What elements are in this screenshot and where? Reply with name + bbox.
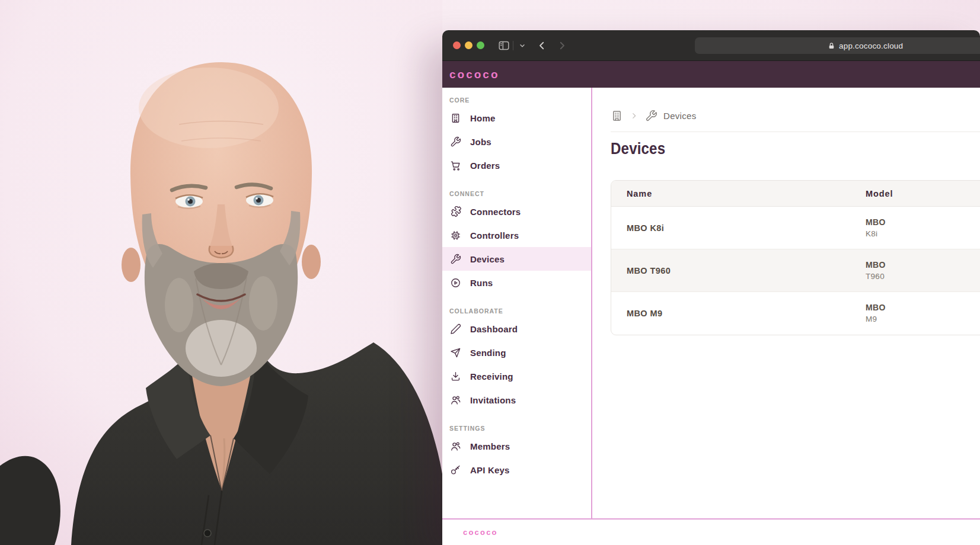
pencil-icon (449, 323, 461, 335)
sidebar-section-label: CORE (449, 97, 591, 105)
key-icon (449, 464, 461, 476)
screenshot-stage: app.cococo.cloud cococo COREHomeJobsOrde… (0, 0, 980, 545)
sidebar-item-label: Members (470, 441, 510, 451)
column-header-name: Name (611, 189, 866, 198)
portrait-photo (0, 0, 442, 545)
sidebar-item-label: Runs (470, 278, 493, 288)
device-model-sub: M9 (866, 313, 980, 325)
sidebar: COREHomeJobsOrdersCONNECTConnectorsContr… (442, 88, 592, 518)
sidebar-section-label: SETTINGS (449, 425, 591, 433)
sidebar-item-connectors[interactable]: Connectors (442, 200, 591, 223)
sidebar-item-label: Sending (470, 348, 506, 358)
table-row[interactable]: MBO T960MBOT960 (611, 249, 980, 292)
sidebar-item-label: Invitations (470, 395, 516, 405)
sidebar-section-label: COLLABORATE (449, 307, 591, 316)
download-icon (449, 370, 461, 382)
table-row[interactable]: MBO K8iMBOK8i (611, 207, 980, 249)
device-model: MBO (866, 217, 980, 228)
app-logo[interactable]: cococo (449, 68, 500, 81)
chip-icon (449, 229, 461, 241)
sidebar-item-runs[interactable]: Runs (442, 271, 591, 294)
browser-window: app.cococo.cloud cococo COREHomeJobsOrde… (442, 30, 980, 545)
sidebar-item-label: API Keys (470, 465, 510, 475)
device-name: MBO T960 (627, 266, 671, 275)
sidebar-item-controllers[interactable]: Controllers (442, 223, 591, 247)
devices-table: NameModelMBO K8iMBOK8iMBO T960MBOT960MBO… (611, 180, 980, 335)
sidebar-item-jobs[interactable]: Jobs (442, 130, 591, 153)
sidebar-item-home[interactable]: Home (442, 106, 591, 130)
users-icon (449, 394, 461, 406)
sidebar-item-label: Orders (470, 161, 500, 171)
breadcrumb-devices-icon (645, 110, 657, 122)
breadcrumb-divider (611, 132, 980, 132)
table-header-row: NameModel (611, 181, 980, 207)
app-footer: cococo (442, 518, 980, 545)
users-icon (449, 440, 461, 452)
sidebar-item-label: Devices (470, 254, 505, 264)
main-content: Devices Devices NameModelMBO K8iMBOK8iMB… (592, 88, 980, 518)
sidebar-item-label: Home (470, 113, 495, 123)
breadcrumb-current: Devices (663, 111, 696, 121)
sidebar-item-orders[interactable]: Orders (442, 153, 591, 177)
sidebar-item-receiving[interactable]: Receiving (442, 364, 591, 388)
sidebar-item-label: Dashboard (470, 324, 518, 334)
footer-logo: cococo (463, 528, 498, 537)
wrench-icon (449, 253, 461, 265)
device-name: MBO K8i (627, 223, 664, 233)
wrench-icon (449, 136, 461, 148)
forward-icon[interactable] (555, 39, 569, 53)
device-model: MBO (866, 259, 980, 271)
sidebar-toggle-icon[interactable] (497, 39, 511, 53)
portrait-illustration (0, 0, 442, 545)
device-model-sub: K8i (866, 228, 980, 239)
chevron-right-icon (629, 111, 639, 121)
puzzle-icon (449, 206, 461, 217)
sidebar-item-api-keys[interactable]: API Keys (442, 458, 591, 482)
breadcrumb-home-icon[interactable] (611, 110, 623, 122)
sidebar-item-label: Connectors (470, 207, 521, 217)
zoom-window-button[interactable] (477, 41, 484, 49)
url-text: app.cococo.cloud (839, 41, 903, 50)
sidebar-item-sending[interactable]: Sending (442, 341, 591, 364)
chevron-down-icon[interactable] (515, 39, 529, 53)
sidebar-item-invitations[interactable]: Invitations (442, 388, 591, 412)
close-window-button[interactable] (453, 41, 461, 49)
building-icon (449, 112, 461, 124)
page-title: Devices (611, 140, 928, 158)
play-circle-icon (449, 277, 461, 288)
sidebar-item-members[interactable]: Members (442, 434, 591, 458)
sidebar-item-devices[interactable]: Devices (442, 247, 591, 271)
breadcrumb: Devices (611, 108, 980, 123)
sidebar-item-label: Controllers (470, 230, 519, 241)
table-row[interactable]: MBO M9MBOM9 (611, 292, 980, 335)
lock-icon (828, 42, 835, 50)
toolbar-divider (513, 41, 513, 50)
device-name: MBO M9 (627, 309, 662, 318)
sidebar-item-dashboard[interactable]: Dashboard (442, 317, 591, 341)
cart-icon (449, 159, 461, 171)
back-icon[interactable] (535, 39, 549, 53)
minimize-window-button[interactable] (465, 41, 473, 49)
url-bar[interactable]: app.cococo.cloud (695, 37, 980, 54)
device-model-sub: T960 (866, 271, 980, 282)
sidebar-item-label: Receiving (470, 371, 513, 382)
send-icon (449, 347, 461, 358)
device-model: MBO (866, 302, 980, 313)
column-header-model: Model (866, 189, 980, 198)
app-header: cococo (442, 61, 980, 88)
app-body: COREHomeJobsOrdersCONNECTConnectorsContr… (442, 88, 980, 518)
browser-titlebar: app.cococo.cloud (442, 30, 980, 61)
sidebar-item-label: Jobs (470, 137, 491, 147)
sidebar-section-label: CONNECT (449, 190, 591, 198)
